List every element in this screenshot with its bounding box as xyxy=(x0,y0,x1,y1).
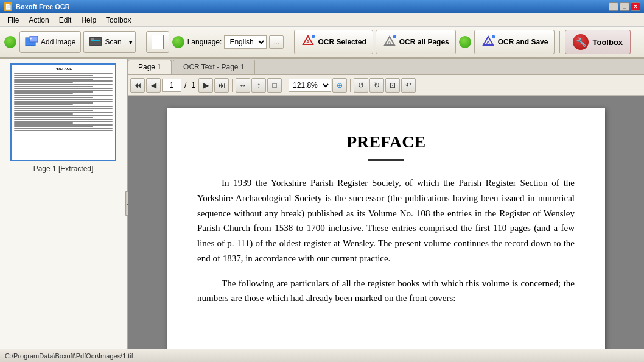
extra-button[interactable]: ↶ xyxy=(401,78,416,93)
green-status-icon-2 xyxy=(172,36,184,48)
ocr-all-icon: A xyxy=(382,34,397,51)
blank-page-button[interactable] xyxy=(146,31,169,53)
ocr-save-icon: A xyxy=(481,34,495,51)
menu-edit[interactable]: Edit xyxy=(54,15,77,26)
page-sep: / xyxy=(183,81,188,90)
toolbar: + Add image Scan ▼ Language: E xyxy=(0,27,644,59)
main-area: PREFACE xyxy=(0,59,644,349)
menu-help[interactable]: Help xyxy=(76,15,101,26)
zoom-icon-button[interactable]: ⊕ xyxy=(332,78,347,93)
status-icon-2 xyxy=(172,35,185,49)
scan-button-group[interactable]: Scan ▼ xyxy=(83,31,135,53)
right-area: Page 1 OCR Text - Page 1 ⏮ ◀ / 1 ▶ ⏭ ↔ ↕… xyxy=(128,59,644,349)
last-page-button[interactable]: ⏭ xyxy=(214,78,229,93)
title-rule xyxy=(368,159,404,161)
view-toolbar: ⏮ ◀ / 1 ▶ ⏭ ↔ ↕ □ 121.8% 100% 75% 150% ⊕… xyxy=(128,75,644,96)
paragraph-1: In 1939 the Yorkshire Parish Register So… xyxy=(197,176,575,266)
menu-file[interactable]: File xyxy=(2,15,24,26)
svg-text:A: A xyxy=(388,40,391,45)
separator-1 xyxy=(141,31,141,53)
first-page-button[interactable]: ⏮ xyxy=(130,78,145,93)
separator-3 xyxy=(559,31,560,53)
add-image-icon: + xyxy=(25,35,38,49)
toolbox-button[interactable]: 🔧 Toolbox xyxy=(565,30,631,54)
page-thumbnail: PREFACE xyxy=(10,63,116,161)
document-area[interactable]: PREFACE In 1939 the Yorkshire Parish Reg… xyxy=(128,96,644,349)
language-settings-button[interactable]: ... xyxy=(269,35,284,49)
scan-label: Scan xyxy=(105,38,121,46)
titlebar: 📄 Boxoft Free OCR _ □ ✕ xyxy=(0,0,644,13)
tabs: Page 1 OCR Text - Page 1 xyxy=(128,59,644,75)
ocr-save-button[interactable]: A OCR and Save xyxy=(474,30,555,54)
add-image-button[interactable]: + Add image xyxy=(19,31,81,53)
green-status-icon-3 xyxy=(459,36,471,48)
thumb-title: PREFACE xyxy=(55,67,72,71)
rotate-ccw-button[interactable]: ↺ xyxy=(354,78,368,93)
crop-button[interactable]: ⊡ xyxy=(385,78,400,93)
left-panel: PREFACE xyxy=(0,59,128,349)
thumb-content xyxy=(14,73,113,132)
zoom-select[interactable]: 121.8% 100% 75% 150% xyxy=(289,79,331,92)
titlebar-left: 📄 Boxoft Free OCR xyxy=(4,2,70,11)
paragraph-2: The following are particulars of all the… xyxy=(197,276,575,307)
language-section: Language: English ... xyxy=(187,35,284,49)
ocr-all-pages-label: OCR all Pages xyxy=(399,38,449,46)
svg-rect-8 xyxy=(312,35,315,38)
view-sep-2 xyxy=(285,79,285,92)
prev-page-button[interactable]: ◀ xyxy=(146,78,161,93)
svg-rect-4 xyxy=(91,40,100,41)
minimize-button[interactable]: _ xyxy=(609,2,618,11)
add-image-label: Add image xyxy=(41,38,75,46)
ocr-selected-button[interactable]: A OCR Selected xyxy=(294,30,373,54)
svg-text:A: A xyxy=(306,39,310,44)
status-icon-3 xyxy=(458,35,472,49)
svg-text:A: A xyxy=(486,40,490,45)
svg-rect-14 xyxy=(492,35,495,38)
close-button[interactable]: ✕ xyxy=(631,2,640,11)
document-title: PREFACE xyxy=(197,132,575,152)
statusbar: C:\ProgramData\Boxoft\PdfOcr\Images\1.ti… xyxy=(0,349,644,362)
blank-page-icon xyxy=(152,35,164,49)
menubar: File Action Edit Help Toolbox xyxy=(0,13,644,27)
status-icon xyxy=(4,35,17,49)
titlebar-controls[interactable]: _ □ ✕ xyxy=(609,2,640,11)
svg-text:+: + xyxy=(29,36,32,42)
svg-rect-5 xyxy=(91,38,94,40)
toolbox-icon: 🔧 xyxy=(573,34,589,50)
scan-button[interactable]: Scan xyxy=(83,31,126,53)
document-page: PREFACE In 1939 the Yorkshire Parish Reg… xyxy=(167,108,605,349)
view-sep-3 xyxy=(350,79,351,92)
fit-width-button[interactable]: ↔ xyxy=(236,78,250,93)
status-path: C:\ProgramData\Boxoft\PdfOcr\Images\1.ti… xyxy=(5,352,133,360)
page-number-input[interactable] xyxy=(162,79,181,92)
rotate-cw-button[interactable]: ↻ xyxy=(369,78,384,93)
toolbox-label: Toolbox xyxy=(592,38,623,47)
page-label: Page 1 [Extracted] xyxy=(33,165,94,173)
ocr-all-pages-button[interactable]: A OCR all Pages xyxy=(376,30,456,54)
language-select[interactable]: English xyxy=(224,35,267,49)
menu-toolbox[interactable]: Toolbox xyxy=(101,15,136,26)
ocr-save-label: OCR and Save xyxy=(498,38,548,46)
green-status-icon xyxy=(4,36,16,48)
maximize-button[interactable]: □ xyxy=(620,2,629,11)
menu-action[interactable]: Action xyxy=(24,15,54,26)
tab-ocr-text[interactable]: OCR Text - Page 1 xyxy=(173,60,255,74)
scan-icon xyxy=(89,35,102,49)
language-label: Language: xyxy=(187,38,222,46)
ocr-selected-label: OCR Selected xyxy=(318,38,366,46)
fit-height-button[interactable]: ↕ xyxy=(251,78,266,93)
next-page-button[interactable]: ▶ xyxy=(198,78,213,93)
svg-rect-11 xyxy=(393,35,396,38)
page-total: 1 xyxy=(189,81,197,90)
app-title: Boxoft Free OCR xyxy=(16,3,70,10)
tab-page1[interactable]: Page 1 xyxy=(128,60,172,74)
view-sep-1 xyxy=(232,79,233,92)
scan-dropdown-button[interactable]: ▼ xyxy=(127,31,136,53)
ocr-selected-icon: A xyxy=(301,34,315,51)
separator-2 xyxy=(289,31,289,53)
actual-size-button[interactable]: □ xyxy=(267,78,282,93)
app-icon: 📄 xyxy=(4,2,12,11)
